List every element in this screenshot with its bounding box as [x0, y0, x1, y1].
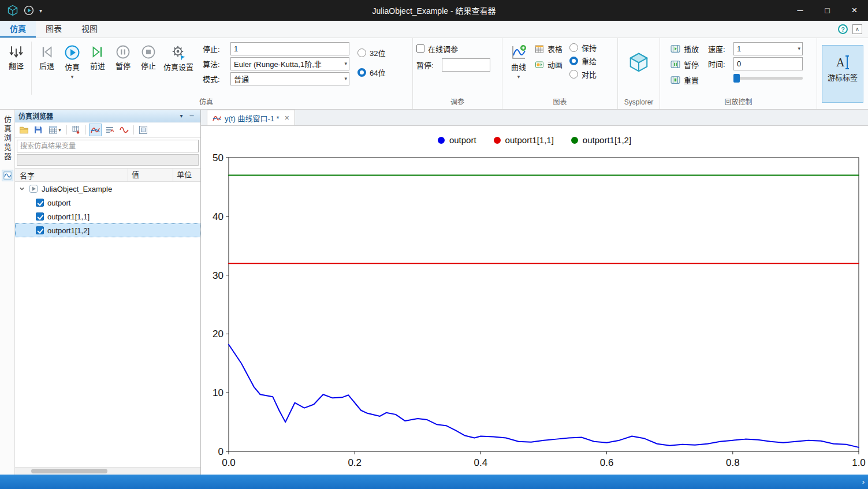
workspace: y(t) 曲线窗口-1 * × outportoutport1[1,1]outp…: [201, 110, 868, 475]
separator: [85, 125, 86, 135]
legend-marker: [494, 137, 501, 144]
curve-icon: [511, 44, 527, 61]
table-button[interactable]: 表格: [531, 41, 566, 57]
titlebar-run-icon[interactable]: [24, 5, 34, 16]
open-folder-icon[interactable]: [17, 124, 30, 136]
minimize-button[interactable]: ─: [787, 0, 814, 21]
checkbox-checked-icon[interactable]: [36, 199, 44, 207]
window-title: JuliaObject_Example - 结果查看器: [0, 5, 868, 16]
group-label-tuning: 调参: [413, 97, 502, 109]
curve-plot-area[interactable]: outportoutport1[1,1]outport1[1,2] 010203…: [201, 126, 868, 475]
simulation-settings-button[interactable]: 仿真设置: [161, 40, 196, 96]
slider-thumb[interactable]: [733, 74, 740, 83]
stop-button[interactable]: 停止: [136, 40, 161, 96]
curve-plot[interactable]: 010203040500.00.20.40.60.81.0: [201, 126, 868, 475]
cursor-label-button[interactable]: A 游标标签: [822, 45, 863, 103]
checkbox-checked-icon[interactable]: [36, 212, 44, 221]
chevron-down-icon[interactable]: [18, 186, 25, 192]
app-logo-icon[interactable]: [7, 5, 18, 16]
curve-signal-icon[interactable]: [118, 124, 131, 136]
search-input[interactable]: [17, 140, 199, 152]
tree-item-outport[interactable]: outport: [15, 196, 200, 210]
collapse-ribbon-icon[interactable]: ∧: [852, 24, 862, 34]
quick-access-dropdown-icon[interactable]: ▾: [39, 8, 42, 14]
group-label-sysplorer: Sysplorer: [618, 97, 660, 109]
cursor-label-icon: A: [834, 54, 851, 71]
panel-menu-icon[interactable]: ▾: [176, 113, 187, 119]
translate-button[interactable]: 翻译: [3, 40, 29, 96]
chevron-down-icon: ▾: [58, 128, 61, 133]
tab-view[interactable]: 视图: [72, 21, 107, 38]
curve-fit-icon[interactable]: [89, 124, 102, 136]
filter-input[interactable]: [17, 154, 199, 166]
maximize-button[interactable]: □: [814, 0, 841, 21]
pause-button[interactable]: 暂停: [110, 40, 136, 96]
ribbon-tab-bar-right: ? ∧: [838, 21, 868, 38]
sysplorer-button[interactable]: [625, 43, 652, 92]
run-dropdown-icon[interactable]: ▾: [71, 74, 74, 79]
compare-window-icon[interactable]: [137, 124, 150, 136]
close-button[interactable]: ×: [841, 0, 868, 21]
mode-select[interactable]: 普通 ▾: [230, 72, 349, 85]
time-input[interactable]: [733, 57, 803, 70]
column-unit[interactable]: 单位: [173, 169, 200, 181]
playback-play-button[interactable]: 播放: [667, 41, 702, 57]
legend-label: outport1[1,1]: [505, 135, 554, 145]
curve-button[interactable]: 曲线 ▾: [506, 40, 531, 96]
column-name[interactable]: 名字: [15, 170, 128, 181]
tuning-pause-input[interactable]: [442, 58, 490, 72]
step-forward-button[interactable]: 前进: [85, 40, 110, 96]
x-tick-label: 0.4: [474, 457, 488, 468]
radio-redraw[interactable]: 重绘: [569, 55, 597, 66]
curve-dropdown-icon[interactable]: ▾: [517, 74, 520, 79]
legend-item[interactable]: outport: [438, 135, 476, 145]
run-button[interactable]: 仿真 ▾: [59, 40, 85, 96]
tree-item-outport1-1-1[interactable]: outport1[1,1]: [15, 210, 200, 223]
column-value[interactable]: 值: [128, 169, 173, 181]
horizontal-scrollbar[interactable]: [15, 467, 200, 475]
scrollbar-thumb[interactable]: [31, 469, 107, 473]
radio-32bit[interactable]: 32位: [357, 47, 385, 58]
panel-collapse-icon[interactable]: ─: [187, 113, 197, 119]
tree-item-root[interactable]: JuliaObject_Example: [15, 182, 200, 196]
legend-item[interactable]: outport1[1,1]: [494, 135, 554, 145]
tree-item-outport1-1-2[interactable]: outport1[1,2]: [15, 223, 200, 237]
tab-simulation[interactable]: 仿真: [0, 21, 36, 38]
table-view-icon[interactable]: ▾: [46, 124, 64, 136]
radio-64bit-label: 64位: [370, 67, 385, 78]
online-tuning-checkbox[interactable]: 在线调参: [416, 42, 458, 55]
stop-time-input[interactable]: [230, 42, 349, 55]
legend-marker: [438, 137, 445, 144]
dock-tab-simulation-browser[interactable]: 仿真浏览器: [2, 112, 13, 165]
algorithm-select[interactable]: Euler (Runge-Kutta,1阶,非 ▾: [230, 57, 349, 70]
animation-button[interactable]: 动画: [531, 57, 566, 72]
algorithm-value: Euler (Runge-Kutta,1阶,非: [234, 58, 344, 69]
checkbox-checked-icon[interactable]: [36, 226, 44, 234]
curve-window-tab[interactable]: y(t) 曲线窗口-1 * ×: [207, 110, 295, 125]
tree-item-label: outport1[1,2]: [47, 226, 90, 235]
panel-titlebar: 仿真浏览器 ▾ ─: [15, 110, 200, 122]
radio-icon: [569, 70, 578, 79]
radio-64bit[interactable]: 64位: [357, 67, 385, 78]
cube-icon: [628, 51, 650, 73]
tab-close-icon[interactable]: ×: [285, 113, 289, 122]
radio-hold[interactable]: 保持: [569, 42, 597, 53]
playback-pause-button[interactable]: 暂停: [667, 57, 702, 72]
playback-reset-button[interactable]: 重置: [667, 72, 702, 88]
statusbar-expand-icon[interactable]: ›: [862, 477, 865, 486]
radio-compare[interactable]: 对比: [569, 69, 597, 80]
legend-item[interactable]: outport1[1,2]: [571, 135, 631, 145]
export-result-icon[interactable]: [70, 124, 83, 136]
time-slider[interactable]: [733, 74, 803, 83]
step-back-button[interactable]: 后退: [34, 40, 59, 96]
help-icon[interactable]: ?: [838, 24, 848, 34]
dock-curve-panel-icon[interactable]: [2, 170, 13, 181]
curve-filter-icon[interactable]: [103, 124, 116, 136]
animation-button-label: 动画: [547, 59, 562, 70]
group-label-playback: 回放控制: [660, 97, 817, 109]
tab-chart[interactable]: 图表: [36, 21, 72, 38]
tree-column-header[interactable]: 名字 值 单位: [15, 168, 200, 182]
ribbon-tab-bar: 仿真 图表 视图 ? ∧: [0, 21, 868, 38]
speed-select[interactable]: 1 ▾: [733, 42, 803, 55]
save-icon[interactable]: [32, 124, 44, 136]
